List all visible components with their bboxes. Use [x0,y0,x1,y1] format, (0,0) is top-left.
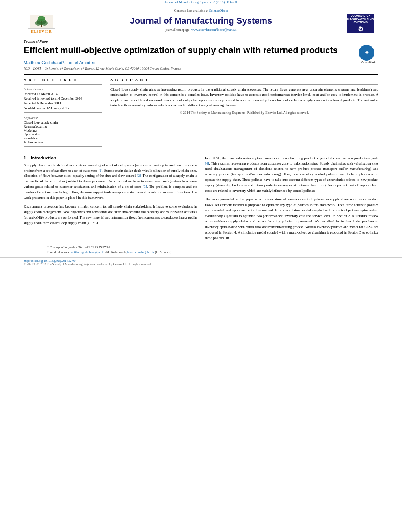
journal-logo-right: JOURNAL OFMANUFACTURINGSYSTEMS ⚙ [343,14,378,33]
section1-para1: A supply chain can be defined as a syste… [24,163,197,201]
footer-issn: 0278-6125/© 2014 The Society of Manufact… [24,263,378,266]
abstract-text: Closed loop supply chain aims at integra… [110,87,378,108]
jms-logo-label: JOURNAL OFMANUFACTURINGSYSTEMS [347,14,374,24]
svg-point-4 [41,21,48,26]
footnote-star: * Corresponding author. Tel.: +33 03 25 … [47,245,173,250]
journal-header-inner: ELSEVIER Journal of Manufacturing System… [24,14,378,36]
footnote-email: E-mail addresses: matthieu.godichaud@utt… [47,250,173,255]
abstract-heading: A B S T R A C T [110,78,378,82]
keyword-4: Optimisation [24,132,102,136]
sciencedirect-link[interactable]: ScienceDirect [209,9,228,13]
copyright-line: © 2014 The Society of Manufacturing Engi… [110,111,378,115]
ref-3: [3] [143,185,147,189]
abstract-column: A B S T R A C T Closed loop supply chain… [110,75,378,149]
doi-link[interactable]: http://dx.doi.org/10.1016/j.jmsy.2014.12… [24,259,77,263]
footnote-person2: (L. Amodeo). [155,250,172,254]
footnote-person1: (M. Godichaud), [105,250,127,254]
section1-para2: Environment protection has become a majo… [24,204,197,226]
svg-point-5 [38,16,45,21]
section1-para4: The work presented in this paper is on o… [205,197,378,241]
crossmark-label: CrossMark [359,61,378,64]
footnote-email1-link[interactable]: matthieu.godichaud@utt.fr [71,250,104,254]
elsevier-tree-image [28,14,55,29]
svg-point-3 [35,21,41,26]
keyword-5: Simulation [24,136,102,140]
contents-prefix: Contents lists available at [174,9,209,13]
page: Journal of Manufacturing Systems 37 (201… [0,0,402,532]
jms-logo-box: JOURNAL OFMANUFACTURINGSYSTEMS ⚙ [347,14,374,33]
keyword-3: Modeling [24,128,102,132]
ref-1: [1] [99,169,103,172]
keyword-2: Remanufacturing [24,124,102,128]
available-date: Available online 12 January 2015 [24,106,102,110]
authors-line: Matthieu Godichaud*, Lionel Amodeo [24,60,378,65]
crossmark-circle: ✦ [359,45,374,61]
article-info-abstract-section: A R T I C L E I N F O Article history: R… [24,74,378,149]
footnote-email2-link[interactable]: lionel.amodeo@utt.fr [127,250,154,254]
section1-para3: In a CLSC, the main valorization option … [205,156,378,194]
footer-doi: http://dx.doi.org/10.1016/j.jmsy.2014.12… [24,259,378,263]
article-info-column: A R T I C L E I N F O Article history: R… [24,75,102,149]
main-left-column: 1. Introduction A supply chain can be de… [24,156,197,255]
received-date: Received 17 March 2014 [24,92,102,96]
contents-list-text: Contents lists available at ScienceDirec… [24,9,378,13]
ref-2: [2] [137,174,141,178]
footnote-email-label: E-mail addresses: [47,250,71,254]
section1-title: 1. Introduction [24,156,197,160]
ref-4: [4] [205,161,209,165]
article-title-text: Efficient multi-objective optimization o… [24,45,338,55]
accepted-date: Accepted 6 December 2014 [24,101,102,105]
footnote-area: * Corresponding author. Tel.: +33 03 25 … [24,242,197,255]
main-right-column: In a CLSC, the main valorization option … [205,156,378,255]
journal-top-reference: Journal of Manufacturing Systems 37 (201… [0,0,402,4]
journal-center: Journal of Manufacturing Systems journal… [59,16,343,32]
homepage-prefix: journal homepage: [165,28,191,32]
affiliation-text: ICD – LOSI – University of Technology of… [24,67,378,70]
article-title: Efficient multi-objective optimization o… [24,45,378,56]
main-content: 1. Introduction A supply chain can be de… [0,156,402,255]
authors-text: Matthieu Godichaud*, Lionel Amodeo [24,60,95,65]
crossmark-logo: ✦ CrossMark [359,45,378,65]
keyword-1: Closed loop supply chain [24,120,102,124]
elsevier-logo: ELSEVIER [24,14,59,33]
revised-date: Received in revised form 4 December 2014 [24,96,102,100]
article-info-heading: A R T I C L E I N F O [24,78,102,82]
journal-header: Contents lists available at ScienceDirec… [0,6,402,36]
section1-number: 1. [24,156,27,160]
section1-title-text: Introduction [31,156,56,160]
section-label: Technical Paper [24,39,378,43]
footer-bar: http://dx.doi.org/10.1016/j.jmsy.2014.12… [0,257,402,268]
jms-logo-icon: ⚙ [358,25,363,33]
homepage-link[interactable]: www.elsevier.com/locate/jmansys [191,28,237,32]
article-body: Technical Paper Efficient multi-objectiv… [0,39,402,149]
journal-title: Journal of Manufacturing Systems [59,16,343,26]
elsevier-brand-text: ELSEVIER [31,30,52,33]
article-history-label: Article history: [24,87,102,91]
journal-homepage: journal homepage: www.elsevier.com/locat… [59,28,343,32]
journal-ref-text: Journal of Manufacturing Systems 37 (201… [165,0,238,4]
keyword-6: Multiobjective [24,140,102,144]
keywords-label: Keywords: [24,116,102,120]
